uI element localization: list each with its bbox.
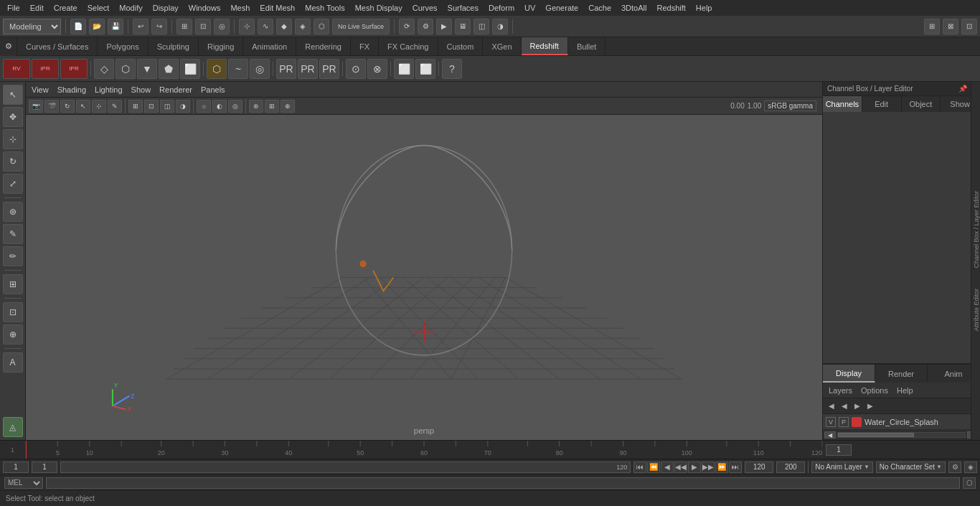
layout-btn-2[interactable]: ⊠	[943, 19, 958, 34]
select-tool-button[interactable]: ↖	[3, 85, 23, 105]
redo-button[interactable]: ↪	[151, 19, 167, 34]
menu-select[interactable]: Select	[83, 2, 114, 14]
redshift-rv-button[interactable]: RV	[3, 59, 30, 79]
layer-menu-help[interactable]: Help	[897, 386, 913, 395]
shelf-tool-1[interactable]: ◇	[94, 59, 114, 79]
ch-tab-object[interactable]: Object	[902, 96, 941, 112]
vp-wireframe-btn[interactable]: ⊞	[128, 100, 143, 113]
mel-input[interactable]	[46, 477, 960, 489]
menu-modify[interactable]: Modify	[115, 2, 146, 14]
tab-polygons[interactable]: Polygons	[98, 37, 148, 55]
ch-tab-channels[interactable]: Channels	[823, 96, 862, 112]
shelf-tool-12[interactable]: ⊙	[346, 59, 366, 79]
goto-end-button[interactable]: ⏭	[729, 462, 742, 473]
redshift-ipr-button[interactable]: IPR	[32, 59, 59, 79]
vp-light-btn[interactable]: ☼	[197, 100, 211, 113]
layer-item[interactable]: V P Water_Circle_Splash	[823, 414, 980, 430]
snap-to-grid-button[interactable]: ⊹	[239, 19, 255, 34]
vp-resolution-btn[interactable]: ⊛	[249, 100, 263, 113]
attribute-editor-edge-tab[interactable]: Attribute Editor	[971, 286, 981, 334]
construction-history-button[interactable]: ⟳	[399, 19, 415, 34]
hypershade-button[interactable]: ◫	[473, 19, 489, 34]
shelf-settings-button[interactable]: ⚙	[0, 37, 17, 56]
vp-shadow-btn[interactable]: ◐	[212, 100, 227, 113]
menu-surfaces[interactable]: Surfaces	[443, 2, 483, 14]
viewport-menu-show[interactable]: Show	[131, 85, 151, 94]
shelf-tool-6[interactable]: ⬡	[207, 59, 227, 79]
shelf-tool-7[interactable]: ~	[228, 59, 248, 79]
vp-texture-btn[interactable]: ◫	[160, 100, 174, 113]
viewport-menu-panels[interactable]: Panels	[201, 85, 225, 94]
scale-tool-button[interactable]: ⤢	[3, 174, 23, 194]
open-scene-button[interactable]: 📂	[89, 19, 105, 34]
layer-color-swatch[interactable]	[852, 417, 862, 427]
panel-pin-button[interactable]: 📌	[958, 85, 967, 93]
tab-rendering[interactable]: Rendering	[296, 37, 351, 55]
menu-display[interactable]: Display	[149, 2, 183, 14]
next-frame-button[interactable]: ▶▶	[702, 462, 715, 473]
layer-scrollbar-track[interactable]	[837, 432, 966, 438]
prev-frame-button[interactable]: ◀	[661, 462, 674, 473]
menu-edit[interactable]: Edit	[26, 2, 48, 14]
shelf-tool-10[interactable]: PR	[298, 59, 318, 79]
vp-film-btn[interactable]: 🎬	[44, 100, 59, 113]
vp-select-btn[interactable]: ↖	[76, 100, 90, 113]
menu-redshift[interactable]: Redshift	[652, 2, 689, 14]
snap-to-point-button[interactable]: ◆	[276, 19, 292, 34]
frame-range-slider[interactable]: 120	[60, 462, 631, 473]
measure-button[interactable]: ⊕	[3, 324, 23, 345]
viewport-menu-lighting[interactable]: Lighting	[95, 85, 123, 94]
tab-xgen[interactable]: XGen	[483, 37, 521, 55]
char-set-selector[interactable]: No Character Set ▼	[876, 462, 946, 473]
layout-btn-1[interactable]: ⊞	[924, 19, 940, 34]
anim-layer-selector[interactable]: No Anim Layer ▼	[811, 462, 873, 473]
snap-to-live-button[interactable]: ⬡	[314, 19, 329, 34]
menu-cache[interactable]: Cache	[584, 2, 616, 14]
undo-button[interactable]: ↩	[133, 19, 149, 34]
shelf-tool-11[interactable]: PR	[319, 59, 339, 79]
layout-btn-3[interactable]: ⊡	[961, 19, 977, 34]
rotate-tool-button[interactable]: ↻	[3, 151, 23, 172]
shelf-tool-5[interactable]: ⬜	[180, 59, 200, 79]
range-start-input[interactable]: 1	[3, 462, 29, 473]
viewport-menu-shading[interactable]: Shading	[57, 85, 86, 94]
channel-box-edge-tab[interactable]: Channel Box / Layer Editor	[971, 188, 981, 271]
layer-btn-left2[interactable]: ◀	[839, 400, 850, 412]
next-key-button[interactable]: ⏩	[715, 462, 728, 473]
layer-btn-right[interactable]: ▶	[852, 400, 863, 412]
tab-fx[interactable]: FX	[351, 37, 379, 55]
ch-tab-edit[interactable]: Edit	[862, 96, 902, 112]
vp-paint-btn[interactable]: ✎	[108, 100, 122, 113]
tab-redshift[interactable]: Redshift	[522, 37, 568, 55]
layer-btn-left[interactable]: ◀	[826, 400, 837, 412]
mel-expand-button[interactable]: ⬡	[963, 477, 976, 489]
shelf-tool-8[interactable]: ◎	[250, 59, 270, 79]
layer-tab-display[interactable]: Display	[823, 365, 875, 383]
shelf-tool-16[interactable]: ?	[442, 59, 462, 79]
prev-key-button[interactable]: ⏪	[647, 462, 660, 473]
tab-custom[interactable]: Custom	[438, 37, 484, 55]
live-surface-button[interactable]: No Live Surface	[332, 19, 390, 34]
vp-camera-btn[interactable]: 📷	[29, 100, 43, 113]
scene-viewport[interactable]: Z Y X persp	[26, 115, 822, 440]
annotation-button[interactable]: A	[3, 352, 23, 373]
shelf-tool-13[interactable]: ⊗	[367, 59, 387, 79]
tab-rigging[interactable]: Rigging	[199, 37, 243, 55]
snap-to-curve-button[interactable]: ∿	[258, 19, 273, 34]
menu-3dtoall[interactable]: 3DtoAll	[617, 2, 651, 14]
menu-mesh-tools[interactable]: Mesh Tools	[301, 2, 349, 14]
layer-playback[interactable]: P	[839, 417, 849, 427]
anim-settings-button[interactable]: ⚙	[948, 462, 961, 473]
color-space-selector[interactable]: sRGB gamma	[764, 100, 816, 111]
tab-sculpting[interactable]: Sculpting	[149, 37, 199, 55]
sculpt-button[interactable]: ✎	[3, 224, 23, 244]
menu-deform[interactable]: Deform	[484, 2, 519, 14]
layer-menu-layers[interactable]: Layers	[829, 386, 852, 395]
menu-curves[interactable]: Curves	[408, 2, 442, 14]
script-language-selector[interactable]: MEL Python	[4, 477, 43, 489]
pivot-button[interactable]: ◬	[3, 417, 23, 437]
select-by-component-button[interactable]: ⊡	[195, 19, 211, 34]
shelf-tool-3[interactable]: ▼	[137, 59, 157, 79]
tab-animation[interactable]: Animation	[243, 37, 296, 55]
render-settings-button[interactable]: ⚙	[418, 19, 433, 34]
